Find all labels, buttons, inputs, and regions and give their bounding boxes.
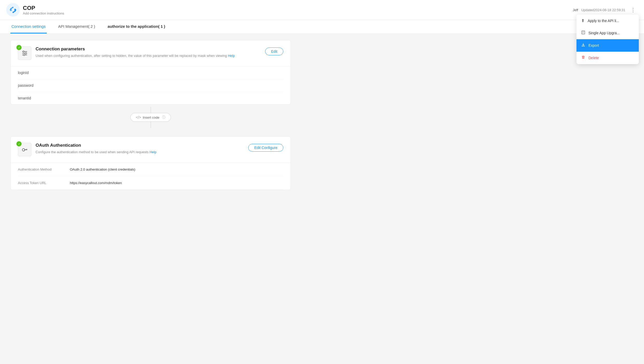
apply-api-label: Apply to the API li... [588,19,619,23]
header-user: Jeff [573,8,578,12]
auth-details: Authentication Method OAuth 2.0 authenti… [11,163,291,190]
connection-params-help-link[interactable]: Help [228,54,235,58]
insert-code-button[interactable]: </> Insert code ⓘ [130,113,171,122]
connection-params-info: Connection parameters Used when configur… [36,46,261,59]
tabs-bar: Connection settings API Management( 2 ) … [0,20,644,34]
param-password: password [18,79,283,92]
app-title: COP [23,5,64,11]
access-token-value: https://easycallout.com/mdm/token [70,181,122,185]
auth-method-row: Authentication Method OAuth 2.0 authenti… [18,163,283,176]
insert-code-line-top [151,107,151,113]
oauth-edit-configure-button[interactable]: Edit Configure [248,144,283,152]
delete-icon [581,55,585,60]
svg-point-6 [23,54,25,56]
svg-rect-11 [582,31,585,34]
auth-method-value: OAuth 2.0 authentication (client credent… [70,167,135,171]
apply-api-icon: ⬆ [581,18,585,23]
param-tenantid: tenantId [18,92,283,104]
header-right: Jeff Updated2024-08-18 22:59:31 ⋮ [573,6,638,14]
oauth-desc: Configure the authentication method to b… [36,150,244,155]
single-app-upgrade-label: Single App Upgra... [588,31,620,35]
more-options-button[interactable]: ⋮ [628,6,638,14]
oauth-help-link[interactable]: Help [150,150,157,154]
delete-label: Delete [588,56,599,60]
param-loginid: loginId [18,66,283,79]
svg-point-4 [23,51,24,52]
access-token-row: Access Token URL https://easycallout.com… [18,176,283,190]
logo-container: COP Add connection instructions [6,3,64,17]
single-app-upgrade-icon [581,30,585,36]
header: COP Add connection instructions Jeff Upd… [0,0,644,20]
tab-api-management[interactable]: API Management( 2 ) [57,20,96,33]
oauth-check-badge: ✓ [16,141,22,146]
svg-point-5 [25,52,26,54]
tab-authorize-application[interactable]: authorize to the application( 1 ) [106,20,166,33]
app-subtitle: Add connection instructions [23,11,64,15]
dropdown-item-delete[interactable]: Delete [576,52,639,64]
key-icon [21,146,28,153]
export-icon [581,43,585,48]
logo-text-block: COP Add connection instructions [23,5,64,15]
dropdown-item-apply-api[interactable]: ⬆ Apply to the API li... [576,15,639,27]
header-updated-time: Updated2024-08-18 22:59:31 [581,8,625,12]
insert-code-section: </> Insert code ⓘ [10,105,291,132]
dropdown-item-export[interactable]: Export [576,39,639,52]
check-badge: ✓ [16,45,22,50]
connection-params-icon-wrap: ✓ [18,46,31,60]
export-label: Export [588,43,599,48]
connection-params-list: loginId password tenantId [11,66,291,104]
connection-parameters-card: ✓ Connection parameters Used when config… [10,40,291,105]
oauth-header: ✓ OAuth Authentication Configure the aut… [11,137,291,163]
sliders-icon [21,50,28,57]
oauth-icon-wrap: ✓ [18,143,31,156]
insert-code-line-bottom [151,122,151,128]
app-logo-icon [6,3,20,17]
svg-point-0 [6,3,20,17]
main-content: ✓ Connection parameters Used when config… [0,34,301,196]
dropdown-menu: ⬆ Apply to the API li... Single App Upgr… [576,15,639,64]
code-icon: </> [136,115,141,119]
access-token-label: Access Token URL [18,181,65,185]
auth-method-label: Authentication Method [18,167,65,171]
connection-parameters-header: ✓ Connection parameters Used when config… [11,40,291,66]
dropdown-item-single-app-upgrade[interactable]: Single App Upgra... [576,27,639,39]
insert-code-label: Insert code [143,116,159,119]
oauth-info: OAuth Authentication Configure the authe… [36,143,244,155]
tab-connection-settings[interactable]: Connection settings [10,20,47,33]
insert-code-info-icon: ⓘ [162,115,165,120]
connection-params-desc: Used when configuring authentication, af… [36,53,261,59]
connection-params-title: Connection parameters [36,46,261,52]
oauth-title: OAuth Authentication [36,143,244,148]
connection-params-edit-button[interactable]: Edit [265,48,283,55]
oauth-authentication-card: ✓ OAuth Authentication Configure the aut… [10,136,291,190]
